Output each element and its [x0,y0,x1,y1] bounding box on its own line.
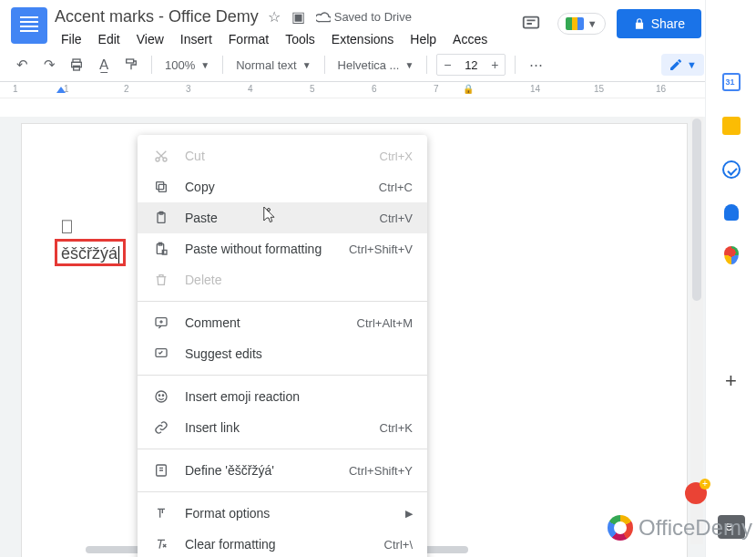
ruler-tick: 🔒 [463,84,474,94]
zoom-combo[interactable]: 100%▼ [161,57,213,74]
menu-insert[interactable]: Insert [174,30,219,48]
context-menu-label: Clear formatting [185,537,370,552]
menu-acces[interactable]: Acces [446,30,494,48]
maps-icon[interactable] [724,246,739,264]
menu-help[interactable]: Help [404,30,443,48]
redo-button[interactable]: ↷ [38,54,60,76]
context-menu-item-clear-formatting[interactable]: Clear formattingCtrl+\ [138,529,427,557]
toolbar: ↶ ↷ A̲ 100%▼ Normal text▼ Helvetica ...▼… [0,48,756,82]
more-toolbar-button[interactable]: ⋯ [525,54,547,76]
context-menu-label: Delete [185,273,398,287]
selected-text-highlight: ěščřžýá [55,239,126,266]
context-menu-shortcut: Ctrl+V [380,211,413,225]
emoji-icon [152,389,170,404]
svg-rect-4 [127,59,134,63]
delete-icon [152,273,170,287]
context-menu-item-comment[interactable]: CommentCtrl+Alt+M [138,307,427,338]
contacts-icon[interactable] [724,204,739,221]
save-status: Saved to Drive [316,8,412,26]
suggest-icon [152,346,170,361]
context-menu-label: Define 'ěščřžýá' [185,463,334,478]
ruler-tick: 2 [124,84,129,94]
clear-format-icon [152,537,170,552]
context-menu-item-insert-emoji-reaction[interactable]: Insert emoji reaction [138,381,427,412]
page-placeholder-glyph: ⎕ [62,217,72,236]
menu-extensions[interactable]: Extensions [325,30,400,48]
context-menu-shortcut: Ctrl+C [379,181,413,194]
svg-rect-0 [524,17,539,28]
ruler-tick: 5 [310,84,315,94]
context-menu-label: Insert emoji reaction [185,389,398,404]
star-icon[interactable]: ☆ [268,8,281,26]
tasks-icon[interactable] [722,160,741,179]
paragraph-style-combo[interactable]: Normal text▼ [232,57,314,74]
cut-icon [152,149,170,163]
svg-rect-7 [158,184,166,191]
menu-edit[interactable]: Edit [92,30,127,48]
svg-point-16 [158,395,159,396]
context-menu-item-suggest-edits[interactable]: Suggest edits [138,338,427,369]
svg-point-5 [156,158,159,161]
context-menu-label: Paste without formatting [185,242,334,256]
svg-rect-8 [157,182,164,190]
editing-mode-button[interactable]: ▼ [661,54,704,76]
context-menu-item-paste-without-formatting[interactable]: Paste without formattingCtrl+Shift+V [138,233,427,264]
print-button[interactable] [66,54,87,76]
context-menu-divider [138,375,427,376]
font-size-decrease[interactable]: − [437,55,457,75]
context-menu-label: Paste [185,211,365,225]
ruler-tick: 7 [434,84,439,94]
context-menu-label: Cut [185,149,365,163]
paint-format-button[interactable] [120,54,142,76]
docs-logo[interactable] [11,7,47,44]
context-menu-item-define[interactable]: Define 'ěščřžýá'Ctrl+Shift+Y [138,455,427,486]
context-menu-label: Copy [185,180,364,194]
menu-file[interactable]: File [55,30,88,48]
menu-view[interactable]: View [130,30,170,48]
link-icon [152,420,170,435]
side-panel: + [705,0,756,557]
context-menu-item-paste[interactable]: PasteCtrl+V [138,202,427,233]
format-icon [152,506,170,521]
context-menu-divider [138,301,427,302]
dictionary-icon [152,463,170,478]
horizontal-ruler[interactable]: 11234567🔒1415161718 [0,82,756,98]
submenu-arrow-icon: ▶ [405,508,413,520]
context-menu-label: Format options [185,506,391,521]
context-menu-shortcut: Ctrl+Alt+M [357,316,413,330]
font-size-control[interactable]: − 12 + [436,54,506,76]
context-menu-shortcut: Ctrl+Shift+V [349,242,413,256]
move-icon[interactable]: ▣ [291,8,305,26]
text-caret [118,246,119,263]
context-menu-item-copy[interactable]: CopyCtrl+C [138,171,427,202]
context-menu-shortcut: Ctrl+K [380,421,413,435]
ruler-tick: 4 [248,84,253,94]
add-addon-button[interactable]: + [725,369,737,393]
meet-button[interactable]: ▼ [557,13,606,35]
spellcheck-button[interactable]: A̲ [93,54,115,76]
comments-history-icon[interactable] [516,8,547,39]
context-menu-item-cut: CutCtrl+X [138,140,427,171]
font-combo[interactable]: Helvetica ...▼ [334,57,418,74]
ruler-tick: 15 [594,84,604,94]
menu-tools[interactable]: Tools [279,30,322,48]
menu-format[interactable]: Format [222,30,275,48]
doc-title[interactable]: Accent marks - Office Demy [55,7,259,26]
context-menu-label: Insert link [185,420,365,435]
calendar-icon[interactable] [722,73,741,91]
paste-plain-icon [152,242,170,256]
context-menu-item-delete: Delete [138,264,427,295]
context-menu-item-insert-link[interactable]: Insert linkCtrl+K [138,412,427,443]
ruler-tick: 16 [656,84,666,94]
context-menu-item-format-options[interactable]: Format options▶ [138,498,427,529]
ruler-tick: 6 [372,84,377,94]
ruler-tick: 1 [13,84,18,94]
undo-button[interactable]: ↶ [11,54,33,76]
share-button[interactable]: Share [617,9,701,38]
ruler-tick: 14 [530,84,540,94]
menu-bar: FileEditViewInsertFormatToolsExtensionsH… [55,30,516,48]
copy-icon [152,180,170,194]
watermark-badge-icon [685,482,707,504]
keep-icon[interactable] [722,117,741,135]
font-size-increase[interactable]: + [485,55,505,75]
